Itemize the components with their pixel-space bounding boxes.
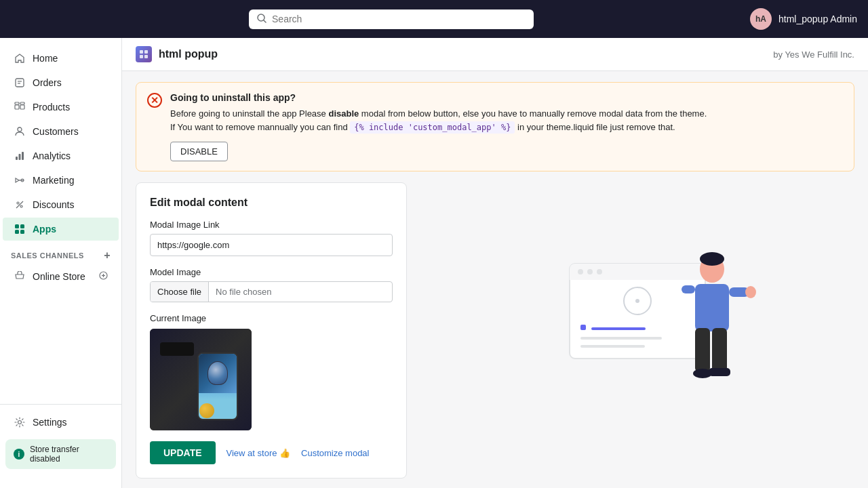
view-store-link[interactable]: View at store 👍 — [226, 448, 291, 458]
svg-rect-18 — [20, 224, 24, 228]
current-image-box — [150, 329, 252, 430]
content-area: Edit modal content Modal Image Link Mode… — [122, 182, 868, 488]
disable-button[interactable]: DISABLE — [170, 142, 228, 161]
svg-rect-8 — [20, 102, 24, 104]
online-store-settings-icon[interactable] — [99, 271, 108, 282]
current-image-group: Current Image — [150, 313, 393, 430]
svg-rect-48 — [712, 328, 727, 372]
sidebar-item-customers[interactable]: Customers — [3, 120, 119, 143]
user-menu[interactable]: hA html_popup Admin — [750, 8, 857, 30]
file-input-wrapper: Choose file No file chosen — [150, 281, 393, 302]
home-icon — [14, 52, 26, 64]
svg-rect-38 — [591, 327, 646, 330]
apps-icon — [14, 223, 26, 235]
warning-text-1: Before going to uninstall the app Please… — [170, 107, 843, 121]
svg-rect-37 — [580, 325, 586, 330]
sidebar-label-apps: Apps — [33, 224, 56, 235]
svg-rect-47 — [695, 328, 710, 372]
topbar: hA html_popup Admin — [0, 0, 868, 38]
choose-file-button[interactable]: Choose file — [151, 282, 209, 302]
svg-rect-7 — [15, 102, 19, 104]
customers-icon — [14, 125, 26, 138]
sidebar-item-orders[interactable]: Orders — [3, 71, 119, 94]
svg-point-14 — [17, 202, 19, 204]
svg-rect-12 — [22, 152, 24, 160]
page-title: html popup — [159, 48, 218, 60]
current-image-placeholder — [150, 329, 252, 430]
svg-rect-2 — [16, 79, 24, 87]
warning-bold: disable — [328, 108, 359, 119]
sidebar-label-orders: Orders — [33, 77, 62, 88]
image-link-label: Modal Image Link — [150, 220, 393, 230]
sidebar-item-discounts[interactable]: Discounts — [3, 193, 119, 216]
sidebar-item-settings[interactable]: Settings — [3, 411, 119, 434]
store-transfer-text: Store transfer disabled — [30, 445, 108, 464]
glasses-decoration — [160, 342, 194, 356]
form-card-title: Edit modal content — [150, 197, 393, 209]
warning-text-2: If You want to remove mannually you can … — [170, 121, 843, 134]
search-icon — [257, 14, 267, 25]
svg-rect-39 — [580, 337, 662, 340]
svg-rect-43 — [695, 284, 729, 331]
svg-rect-28 — [144, 55, 148, 58]
illustration-area — [420, 182, 854, 479]
file-name-display: No file chosen — [209, 282, 278, 302]
sidebar-item-home[interactable]: Home — [3, 47, 119, 70]
svg-rect-40 — [580, 345, 645, 348]
sidebar-bottom: Settings i Store transfer disabled — [0, 404, 121, 480]
form-card: Edit modal content Modal Image Link Mode… — [136, 182, 407, 479]
admin-name: html_popup Admin — [778, 14, 857, 24]
page-header: html popup by Yes We Fulfill Inc. — [122, 38, 868, 71]
svg-point-9 — [18, 127, 22, 131]
update-button[interactable]: UPDATE — [150, 441, 216, 464]
sidebar-label-customers: Customers — [33, 126, 79, 137]
warning-text-after-bold: modal from below button, else you have t… — [359, 108, 707, 119]
app-icon — [136, 46, 152, 62]
sidebar-label-home: Home — [33, 53, 58, 64]
search-bar[interactable] — [249, 9, 534, 29]
code-snippet: {% include 'custom_modal_app' %} — [350, 121, 515, 134]
sidebar-item-marketing[interactable]: Marketing — [3, 169, 119, 192]
sidebar-item-analytics[interactable]: Analytics — [3, 144, 119, 167]
current-image-label: Current Image — [150, 313, 393, 323]
svg-point-32 — [578, 269, 583, 274]
svg-rect-17 — [15, 224, 19, 228]
sidebar: Home Orders Products Customers Analytics — [0, 38, 122, 488]
svg-rect-11 — [19, 154, 21, 160]
image-link-input[interactable] — [150, 234, 393, 256]
warning-content: Going to uninstall this app? Before goin… — [170, 92, 843, 161]
customize-modal-link[interactable]: Customize modal — [301, 448, 369, 458]
store-transfer-notice: i Store transfer disabled — [5, 439, 116, 469]
model-image-label: Model Image — [150, 267, 393, 277]
main-content: html popup by Yes We Fulfill Inc. ✕ Goin… — [122, 38, 868, 488]
sidebar-label-marketing: Marketing — [33, 175, 74, 186]
search-input[interactable] — [272, 14, 526, 24]
marketing-icon — [14, 174, 26, 186]
warning-title: Going to uninstall this app? — [170, 92, 843, 103]
svg-rect-50 — [709, 368, 730, 376]
warning-text-before-bold: Before going to uninstall the app Please — [170, 108, 328, 119]
sidebar-item-apps[interactable]: Apps — [3, 218, 119, 241]
illustration-svg — [515, 196, 760, 399]
svg-rect-25 — [140, 50, 143, 54]
sidebar-label-discounts: Discounts — [33, 199, 74, 210]
products-icon — [14, 101, 26, 113]
settings-icon — [14, 416, 26, 428]
sidebar-item-products[interactable]: Products — [3, 96, 119, 119]
svg-rect-19 — [15, 230, 19, 234]
svg-rect-20 — [20, 230, 24, 234]
svg-point-33 — [587, 269, 593, 274]
form-actions: UPDATE View at store 👍 Customize modal — [150, 441, 393, 464]
svg-rect-5 — [15, 105, 19, 109]
svg-rect-10 — [16, 157, 18, 160]
svg-point-46 — [745, 286, 756, 298]
sidebar-item-online-store[interactable]: Online Store — [3, 265, 119, 288]
sidebar-label-settings: Settings — [33, 417, 67, 428]
avatar: hA — [750, 8, 772, 30]
add-sales-channel-button[interactable]: + — [104, 249, 111, 262]
svg-point-24 — [18, 421, 22, 424]
svg-rect-44 — [682, 285, 695, 293]
warning-icon: ✕ — [147, 93, 162, 108]
image-link-group: Modal Image Link — [150, 220, 393, 256]
page-header-left: html popup — [136, 46, 218, 62]
